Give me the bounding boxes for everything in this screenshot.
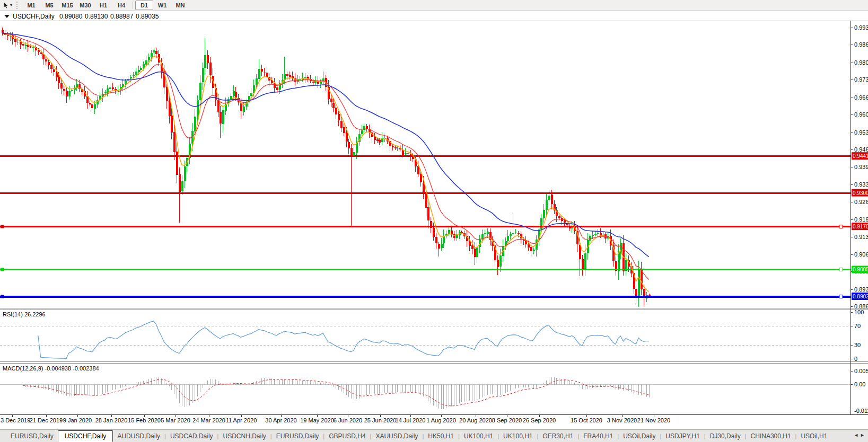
line-handle-left[interactable] bbox=[1, 268, 4, 271]
date-axis-label: 25 Jun 2020 bbox=[364, 417, 397, 423]
candle bbox=[438, 244, 440, 249]
candle bbox=[484, 233, 486, 234]
tab-uk100-h1[interactable]: UK100,H1 bbox=[460, 432, 497, 440]
candle bbox=[48, 62, 50, 65]
chart-title: USDCHF,Daily0.890800.891300.889870.89035 bbox=[13, 13, 159, 20]
timeframe-button-W1[interactable]: W1 bbox=[153, 1, 171, 10]
timeframe-button-M15[interactable]: M15 bbox=[58, 1, 76, 10]
tab-ger30-h1[interactable]: GER30,H1 bbox=[538, 432, 577, 440]
timeframe-button-H1[interactable]: H1 bbox=[94, 1, 112, 10]
candle bbox=[499, 255, 502, 267]
candle bbox=[374, 137, 376, 140]
candle bbox=[230, 96, 232, 99]
candle bbox=[530, 247, 532, 252]
tab-scroll-right-icon[interactable]: ► bbox=[860, 432, 866, 438]
candle bbox=[512, 233, 514, 234]
tab-eurusd-daily[interactable]: EURUSD,Daily bbox=[6, 432, 58, 440]
candle bbox=[417, 166, 419, 174]
line-handle-right[interactable] bbox=[839, 225, 843, 228]
candle bbox=[582, 259, 584, 270]
candle bbox=[243, 107, 245, 112]
price-axis-label: 0.98000 bbox=[854, 59, 868, 66]
candle bbox=[130, 77, 132, 79]
candle bbox=[546, 200, 548, 210]
candle bbox=[179, 174, 181, 192]
tab-audusd-daily[interactable]: AUDUSD,Daily bbox=[113, 432, 164, 440]
timeframe-button-M5[interactable]: M5 bbox=[40, 1, 58, 10]
candle bbox=[597, 233, 599, 234]
candle bbox=[14, 39, 16, 42]
candle bbox=[109, 87, 111, 89]
candle bbox=[151, 53, 153, 57]
tab-hk50-h1[interactable]: HK50,H1 bbox=[424, 432, 458, 440]
price-axis-label: 0.92640 bbox=[854, 199, 868, 205]
tab-usdjpy-h1[interactable]: USDJPY,H1 bbox=[661, 432, 704, 440]
symbol-dropdown-icon[interactable] bbox=[4, 15, 10, 18]
timeframe-button-M1[interactable]: M1 bbox=[22, 1, 40, 10]
timeframe-button-D1[interactable]: D1 bbox=[135, 1, 153, 10]
tab-usoil-daily[interactable]: USOil,Daily bbox=[619, 432, 660, 440]
candle bbox=[166, 87, 168, 101]
price-axis-label: 0.99340 bbox=[854, 24, 868, 31]
candle bbox=[579, 245, 581, 259]
tab-dj30-daily[interactable]: DJ30,Daily bbox=[706, 432, 745, 440]
timeframe-button-MN[interactable]: MN bbox=[171, 1, 189, 10]
candle bbox=[423, 183, 425, 192]
candle bbox=[548, 196, 550, 200]
toolbar-grip[interactable] bbox=[16, 2, 20, 9]
tab-china300-h1[interactable]: CHINA300,H1 bbox=[747, 432, 795, 440]
candle bbox=[107, 89, 109, 92]
timeframe-button-H4[interactable]: H4 bbox=[112, 1, 130, 10]
chevron-down-icon[interactable]: ▾ bbox=[10, 3, 12, 7]
candle bbox=[394, 147, 397, 148]
level-price-tag-label: 0.91709 bbox=[853, 224, 868, 229]
macd-label: MACD(12,26,9) -0.004938 -0.002384 bbox=[3, 365, 99, 372]
price-axis-label: 0.90640 bbox=[854, 251, 868, 258]
candle bbox=[264, 73, 266, 73]
date-axis-label: 6 Jun 2020 bbox=[334, 417, 362, 423]
price-axis-label: 0.89300 bbox=[854, 286, 868, 293]
candle bbox=[91, 104, 93, 108]
candle bbox=[528, 244, 530, 247]
tab-usdchf-daily[interactable]: USDCHF,Daily bbox=[58, 430, 113, 442]
date-axis-label: 21 Dec 2019 bbox=[30, 417, 63, 423]
tab-usoil-h1[interactable]: USOil,H1 bbox=[796, 432, 831, 440]
candle bbox=[507, 236, 509, 241]
date-axis-label: 21 Nov 2020 bbox=[637, 417, 670, 423]
candle bbox=[361, 130, 363, 134]
candle bbox=[469, 241, 471, 246]
timeframe-button-M30[interactable]: M30 bbox=[76, 1, 94, 10]
tab-scroll-left-icon[interactable]: ◄ bbox=[854, 432, 860, 438]
candle bbox=[392, 146, 394, 147]
candle bbox=[217, 100, 220, 112]
candle bbox=[471, 245, 474, 249]
candle bbox=[169, 101, 171, 117]
tab-gbpusd-h4[interactable]: GBPUSD,H4 bbox=[325, 432, 370, 440]
cursor-icon[interactable] bbox=[2, 2, 10, 9]
candle bbox=[155, 51, 157, 54]
line-handle-right[interactable] bbox=[839, 295, 843, 298]
tab-xauusd-daily[interactable]: XAUUSD,Daily bbox=[371, 432, 422, 440]
candle bbox=[405, 153, 407, 154]
line-handle-left[interactable] bbox=[1, 225, 4, 228]
line-handle-left[interactable] bbox=[1, 295, 4, 298]
candle bbox=[209, 63, 212, 75]
candle bbox=[348, 142, 350, 148]
tab-fra40-h1[interactable]: FRA40,H1 bbox=[579, 432, 617, 440]
candle bbox=[433, 228, 435, 237]
chart-canvas[interactable]: USDCHF,Daily0.890800.891300.889870.89035… bbox=[0, 11, 868, 429]
candle bbox=[407, 153, 409, 154]
candle bbox=[199, 83, 201, 100]
tab-usdcad-daily[interactable]: USDCAD,Daily bbox=[166, 432, 217, 440]
candle bbox=[58, 77, 60, 83]
tab-eurusd-daily[interactable]: EURUSD,Daily bbox=[272, 432, 323, 440]
level-price-tag-label: 0.93001 bbox=[853, 190, 868, 196]
line-handle-right[interactable] bbox=[839, 268, 843, 271]
tab-usdcnh-daily[interactable]: USDCNH,Daily bbox=[218, 432, 270, 440]
tab-uk100-h1[interactable]: UK100,H1 bbox=[499, 432, 537, 440]
candle bbox=[350, 148, 353, 155]
candle bbox=[343, 127, 345, 132]
candle bbox=[63, 89, 65, 91]
candle bbox=[220, 112, 222, 123]
candle bbox=[286, 74, 288, 76]
